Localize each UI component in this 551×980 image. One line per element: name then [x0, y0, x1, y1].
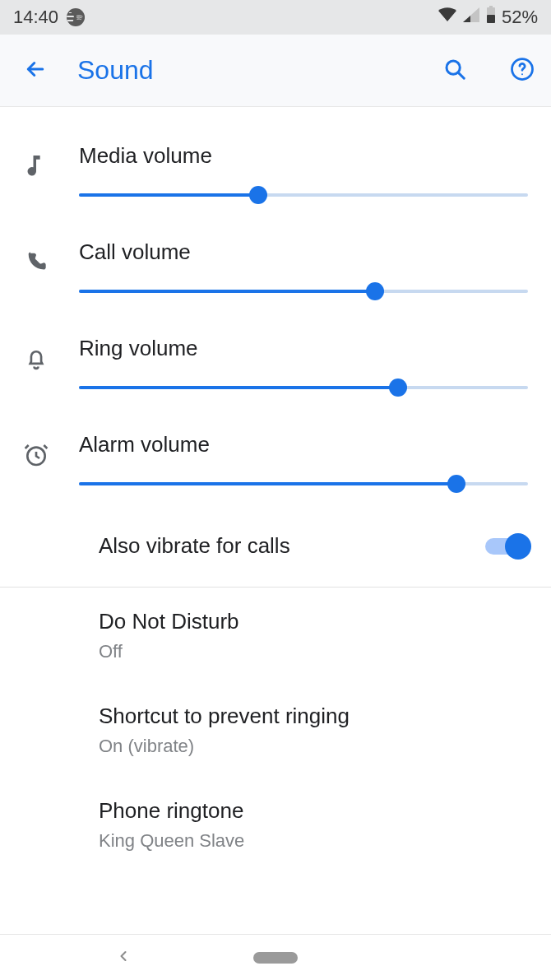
nav-home-pill[interactable] [253, 952, 298, 964]
vibrate-for-calls-toggle[interactable] [485, 535, 528, 558]
music-note-icon [23, 153, 49, 181]
ring-volume-row: Ring volume [0, 313, 551, 409]
svg-rect-3 [487, 15, 495, 23]
nav-back-icon[interactable] [115, 946, 132, 969]
alarm-volume-slider[interactable] [79, 477, 528, 490]
battery-percent: 52% [502, 7, 538, 28]
alarm-clock-icon [23, 442, 49, 468]
dnd-subtitle: Off [99, 641, 528, 662]
ring-volume-label: Ring volume [79, 336, 528, 361]
settings-content: Media volume Call volume Ring vo [0, 107, 551, 871]
call-volume-slider[interactable] [79, 285, 528, 298]
ringtone-title: Phone ringtone [99, 797, 528, 825]
media-volume-row: Media volume [0, 120, 551, 216]
shortcut-title: Shortcut to prevent ringing [99, 702, 528, 731]
alarm-volume-label: Alarm volume [79, 432, 528, 457]
page-title: Sound [77, 55, 413, 86]
phone-icon [23, 249, 49, 272]
ringtone-subtitle: King Queen Slave [99, 830, 528, 852]
vibrate-for-calls-row[interactable]: Also vibrate for calls [0, 505, 551, 587]
svg-rect-2 [489, 6, 493, 8]
status-time: 14:40 [13, 7, 58, 28]
shortcut-subtitle: On (vibrate) [99, 736, 528, 757]
media-volume-slider[interactable] [79, 188, 528, 202]
navigation-bar [0, 934, 551, 980]
dnd-row[interactable]: Do Not Disturb Off [0, 588, 551, 682]
media-volume-label: Media volume [79, 143, 528, 169]
search-icon[interactable] [442, 57, 467, 85]
dnd-title: Do Not Disturb [99, 607, 528, 636]
battery-icon [485, 6, 497, 29]
wifi-icon [438, 7, 457, 28]
call-volume-label: Call volume [79, 239, 528, 265]
signal-icon [462, 7, 480, 28]
spotify-icon [67, 8, 85, 26]
call-volume-row: Call volume [0, 216, 551, 313]
ring-volume-slider[interactable] [79, 381, 528, 394]
bell-icon [23, 346, 49, 374]
phone-ringtone-row[interactable]: Phone ringtone King Queen Slave [0, 777, 551, 871]
shortcut-prevent-ringing-row[interactable]: Shortcut to prevent ringing On (vibrate) [0, 682, 551, 777]
app-bar: Sound [0, 35, 551, 107]
svg-point-6 [521, 73, 523, 75]
alarm-volume-row: Alarm volume [0, 409, 551, 505]
back-icon[interactable] [23, 57, 48, 85]
vibrate-for-calls-label: Also vibrate for calls [99, 532, 469, 560]
help-icon[interactable] [510, 57, 535, 85]
status-bar: 14:40 52% [0, 0, 551, 35]
